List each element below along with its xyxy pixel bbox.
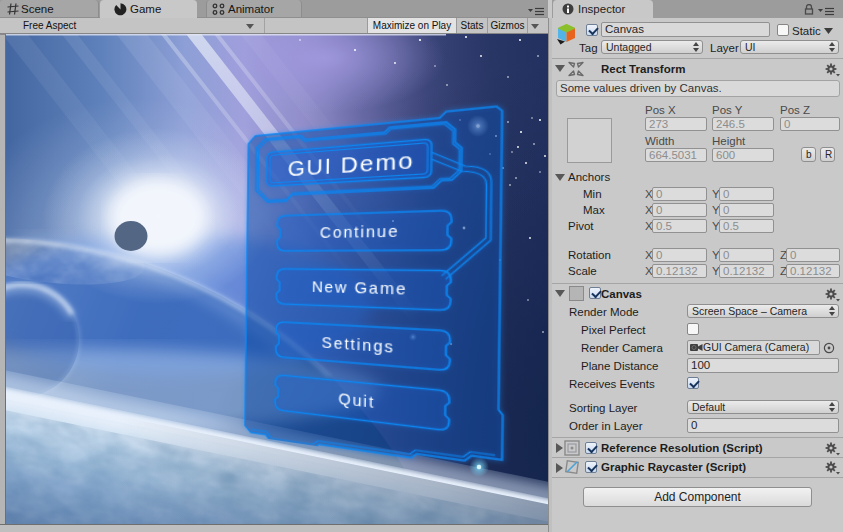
svg-text:Continue: Continue xyxy=(320,223,400,241)
svg-text:New Game: New Game xyxy=(312,280,408,299)
